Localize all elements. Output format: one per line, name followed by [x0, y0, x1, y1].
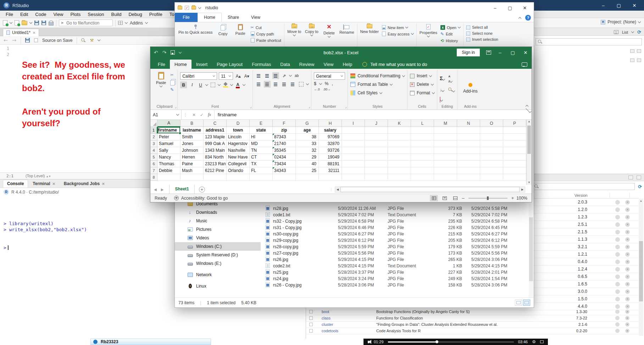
column-header[interactable]: K	[388, 120, 411, 127]
save-icon[interactable]	[34, 21, 39, 25]
chevron-down-icon[interactable]	[243, 83, 245, 86]
list-view-label[interactable]: List	[622, 30, 628, 34]
addins-button[interactable]: Add-ins	[460, 71, 481, 103]
next-sheet-icon[interactable]: ▶	[161, 188, 164, 191]
zoom-in-button[interactable]: +	[511, 195, 514, 201]
copy-to-button[interactable]: Copy to	[305, 23, 319, 36]
scrollbar-thumb[interactable]	[639, 241, 643, 301]
row-number[interactable]: 7	[150, 167, 157, 174]
decrease-indent-button[interactable]	[281, 81, 288, 88]
cell-empty[interactable]	[480, 134, 503, 140]
taskbar-video-player[interactable]: 01:29 03:46	[363, 339, 548, 345]
cell-salary[interactable]: 19049	[319, 154, 342, 161]
cell-firstname[interactable]: Debbie	[157, 167, 181, 174]
tab-terminal[interactable]: Terminal✕	[29, 180, 59, 188]
cell-zip[interactable]: 02434	[273, 154, 296, 161]
qat-customize-icon[interactable]	[179, 50, 182, 53]
package-link-icon[interactable]	[615, 329, 620, 333]
cell-zip[interactable]: 34343	[273, 167, 296, 174]
header-cell[interactable]: zip	[273, 127, 296, 134]
file-row[interactable]: rs24.jpg 5/28/2024 3:24 PM JPG File 249 …	[263, 276, 528, 282]
comma-style-button[interactable]: ,	[332, 81, 333, 86]
font-color-button[interactable]: A	[234, 82, 241, 88]
sheet-tab-sheet1[interactable]: Sheet1	[169, 185, 194, 194]
pin-to-quick-access-button[interactable]: Pin to Quick access	[178, 23, 213, 34]
scroll-up-icon[interactable]: ▲	[639, 199, 643, 202]
package-row[interactable]: cluster "Finding Groups in Data": Cluste…	[306, 322, 639, 328]
file-name[interactable]: rs28.jpg	[273, 206, 335, 211]
header-cell[interactable]: firstname	[157, 127, 181, 134]
chevron-down-icon[interactable]	[125, 21, 128, 24]
cell-empty[interactable]	[457, 167, 480, 174]
cell-empty[interactable]	[457, 154, 480, 161]
cell-town[interactable]: Hagerstov	[227, 140, 250, 147]
cell-empty[interactable]	[411, 174, 434, 181]
header-cell[interactable]: lastname	[181, 127, 204, 134]
file-row[interactable]: rs29-copy.jpg 5/29/2024 6:12 PM JPG File…	[263, 237, 528, 244]
select-all-corner[interactable]	[150, 120, 157, 127]
file-row[interactable]: rs25.jpg 5/28/2024 3:37 PM JPG File 227 …	[263, 269, 528, 276]
cell-empty[interactable]	[434, 140, 457, 147]
new-project-icon[interactable]	[15, 20, 19, 26]
collapse-ribbon-icon[interactable]	[518, 17, 521, 20]
packages-scrollbar[interactable]: ▲	[639, 199, 643, 336]
mute-icon[interactable]	[368, 341, 370, 343]
cell-empty[interactable]	[342, 161, 365, 167]
packages-search-input[interactable]	[540, 184, 632, 189]
package-remove-icon[interactable]: ✕	[625, 267, 630, 272]
close-icon[interactable]: ✕	[522, 5, 527, 11]
cell-empty[interactable]	[480, 161, 503, 167]
row-number[interactable]: 6	[150, 161, 157, 167]
column-header[interactable]: N	[457, 120, 480, 127]
dialog-launcher-icon[interactable]	[175, 105, 176, 108]
new-folder-qat-icon[interactable]	[191, 6, 196, 10]
header-cell[interactable]: age	[296, 127, 319, 134]
cell-empty[interactable]	[388, 167, 411, 174]
paste-button[interactable]: Paste	[154, 71, 168, 103]
cell-state[interactable]: MD	[250, 140, 273, 147]
package-name[interactable]: cluster	[322, 322, 333, 327]
ribbon-tab[interactable]: View	[319, 60, 338, 69]
cell-address1[interactable]: 123 Maple	[204, 134, 227, 140]
cell-empty[interactable]	[503, 161, 526, 167]
cell-age[interactable]: 38	[296, 134, 319, 140]
cell-zip[interactable]: 35345	[273, 147, 296, 154]
align-left-button[interactable]	[255, 81, 262, 88]
open-file-icon[interactable]	[22, 21, 27, 25]
package-link-icon[interactable]	[615, 245, 620, 249]
cell-empty[interactable]	[388, 174, 411, 181]
scrollbar-thumb[interactable]	[340, 187, 520, 192]
cell-state[interactable]: CT	[250, 154, 273, 161]
menu-item[interactable]: Build	[108, 12, 125, 17]
increase-decimal-button[interactable]: ←.0	[314, 88, 320, 91]
file-name[interactable]: rs26.jpg	[273, 257, 335, 262]
quick-access-properties-icon[interactable]: ✓	[185, 6, 189, 10]
cell-empty[interactable]	[457, 174, 480, 181]
cell-empty[interactable]	[342, 167, 365, 174]
close-icon[interactable]: ✕	[523, 50, 528, 55]
cell-address1[interactable]: 23213 Ran	[204, 161, 227, 167]
chevron-down-icon[interactable]	[289, 74, 292, 77]
cell-firstname[interactable]: Peter	[157, 134, 181, 140]
tab-file[interactable]: File	[175, 13, 198, 22]
accounting-format-button[interactable]: $	[314, 81, 316, 86]
cell-salary[interactable]: 32870	[319, 140, 342, 147]
package-checkbox[interactable]	[309, 316, 313, 320]
cell-empty[interactable]	[365, 127, 388, 134]
cell-salary[interactable]: 97069	[319, 134, 342, 140]
package-remove-icon[interactable]: ✕	[625, 304, 630, 309]
package-remove-icon[interactable]: ✕	[625, 237, 630, 242]
file-name[interactable]: rs31 - Copy.jpg	[273, 225, 335, 230]
column-header[interactable]: H	[319, 120, 342, 127]
package-link-icon[interactable]	[615, 207, 620, 212]
scrollbar-thumb[interactable]	[527, 126, 531, 154]
row-number[interactable]: 4	[150, 147, 157, 154]
cell-empty[interactable]	[342, 134, 365, 140]
sidebar-item[interactable]: Windows (E:)	[175, 259, 261, 268]
cell-town[interactable]: Orlando	[227, 167, 250, 174]
cell-empty[interactable]	[388, 134, 411, 140]
package-link-icon[interactable]	[615, 215, 620, 219]
package-link-icon[interactable]	[615, 252, 620, 257]
file-row[interactable]: code2.txt 5/29/2024 4:15 PM Text Documen…	[263, 263, 528, 269]
column-header[interactable]: L	[411, 120, 434, 127]
